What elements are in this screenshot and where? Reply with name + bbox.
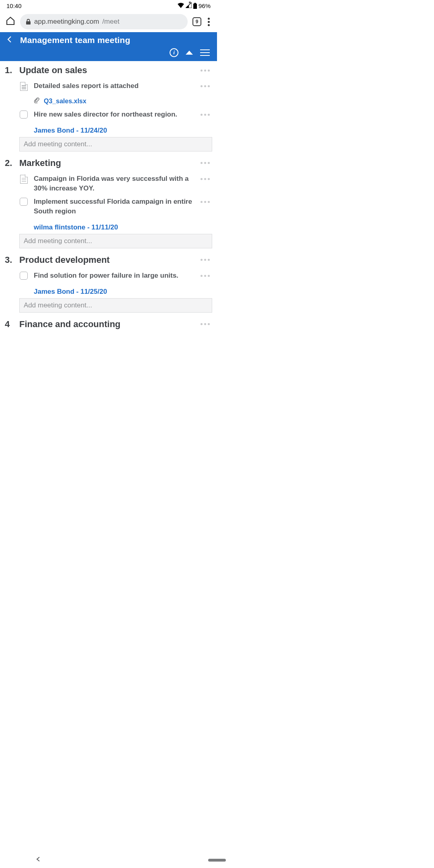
app-header: Management team meeting i — [0, 32, 217, 61]
attachment-name: Q3_sales.xlsx — [44, 98, 86, 105]
sub-item-more-icon[interactable] — [198, 272, 212, 279]
sub-item-more-icon[interactable] — [198, 199, 212, 205]
add-content-input[interactable]: Add meeting content... — [19, 234, 212, 248]
agenda-title: Marketing — [19, 158, 192, 168]
collapse-icon[interactable] — [186, 51, 193, 55]
sub-item-text: Hire new sales director for northeast re… — [34, 110, 198, 119]
agenda-header: 4Finance and accounting — [5, 319, 212, 330]
task-checkbox[interactable] — [20, 111, 28, 119]
task-assignee[interactable]: James Bond - 11/24/20 — [34, 127, 212, 135]
agenda-item: 1.Update on salesDetailed sales report i… — [5, 65, 212, 151]
tab-count: 9 — [196, 19, 199, 25]
sub-item-text: Find solution for power failure in large… — [34, 271, 198, 280]
agenda-title: Finance and accounting — [19, 319, 192, 330]
task-checkbox[interactable] — [20, 272, 28, 280]
agenda-sub-items: Detailed sales report is attachedQ3_sale… — [5, 81, 212, 151]
page-title: Management team meeting — [20, 35, 130, 45]
sub-item-more-icon[interactable] — [198, 83, 212, 90]
attachment[interactable]: Q3_sales.xlsx — [34, 97, 212, 105]
battery-percent: 96% — [199, 2, 211, 9]
note-icon — [20, 82, 28, 91]
agenda-more-icon[interactable] — [198, 160, 212, 166]
agenda-item: 2.MarketingCampaign in Florida was very … — [5, 158, 212, 248]
url-bar[interactable]: app.meetingking.com/meet — [20, 14, 188, 29]
agenda-sub-item: Implement successful Florida campaign in… — [19, 197, 212, 220]
task-assignee[interactable]: wilma flintstone - 11/11/20 — [34, 223, 212, 231]
status-time: 10:40 — [6, 2, 22, 9]
agenda-sub-items: Find solution for power failure in large… — [5, 271, 212, 313]
svg-rect-1 — [194, 3, 196, 4]
sub-item-more-icon[interactable] — [198, 111, 212, 118]
tab-switcher[interactable]: 9 — [192, 17, 201, 26]
agenda-content: 1.Update on salesDetailed sales report i… — [0, 61, 217, 416]
back-icon[interactable] — [6, 35, 14, 45]
svg-rect-2 — [26, 21, 31, 25]
agenda-header: 1.Update on sales — [5, 65, 212, 76]
agenda-more-icon[interactable] — [198, 321, 212, 328]
agenda-sub-item: Hire new sales director for northeast re… — [19, 110, 212, 123]
url-path: /meet — [102, 18, 120, 26]
battery-icon — [193, 3, 197, 9]
agenda-sub-item: Campaign in Florida was very successful … — [19, 174, 212, 197]
agenda-more-icon[interactable] — [198, 256, 212, 263]
menu-icon[interactable] — [200, 49, 210, 56]
agenda-number: 3. — [5, 255, 14, 265]
agenda-number: 1. — [5, 65, 14, 76]
note-icon — [20, 175, 28, 184]
agenda-sub-item: Find solution for power failure in large… — [19, 271, 212, 285]
browser-menu-icon[interactable] — [206, 16, 211, 28]
roaming-indicator: R — [189, 1, 191, 4]
sub-item-text: Campaign in Florida was very successful … — [34, 174, 198, 193]
agenda-number: 2. — [5, 158, 14, 168]
browser-bar: app.meetingking.com/meet 9 — [0, 11, 217, 32]
agenda-item: 4Finance and accounting — [5, 319, 212, 330]
add-content-input[interactable]: Add meeting content... — [19, 298, 212, 313]
task-assignee[interactable]: James Bond - 11/25/20 — [34, 288, 212, 296]
sub-item-text: Detailed sales report is attached — [34, 81, 198, 91]
url-host: app.meetingking.com — [34, 18, 99, 26]
lock-icon — [26, 19, 31, 25]
home-icon[interactable] — [6, 16, 15, 27]
agenda-header: 2.Marketing — [5, 158, 212, 168]
status-right: R 96% — [178, 2, 211, 9]
paperclip-icon — [34, 97, 40, 105]
agenda-sub-item: Detailed sales report is attached — [19, 81, 212, 95]
sub-item-text: Implement successful Florida campaign in… — [34, 197, 198, 216]
sub-item-more-icon[interactable] — [198, 176, 212, 182]
info-icon[interactable]: i — [170, 48, 178, 57]
agenda-item: 3.Product developmentFind solution for p… — [5, 255, 212, 313]
add-content-input[interactable]: Add meeting content... — [19, 137, 212, 151]
svg-rect-0 — [193, 4, 197, 9]
task-checkbox[interactable] — [20, 198, 28, 206]
status-bar: 10:40 R 96% — [0, 0, 217, 11]
agenda-number: 4 — [5, 319, 14, 330]
agenda-sub-items: Campaign in Florida was very successful … — [5, 174, 212, 248]
agenda-more-icon[interactable] — [198, 67, 212, 74]
agenda-title: Product development — [19, 255, 192, 265]
agenda-title: Update on sales — [19, 65, 192, 76]
wifi-icon — [178, 3, 184, 8]
agenda-header: 3.Product development — [5, 255, 212, 265]
